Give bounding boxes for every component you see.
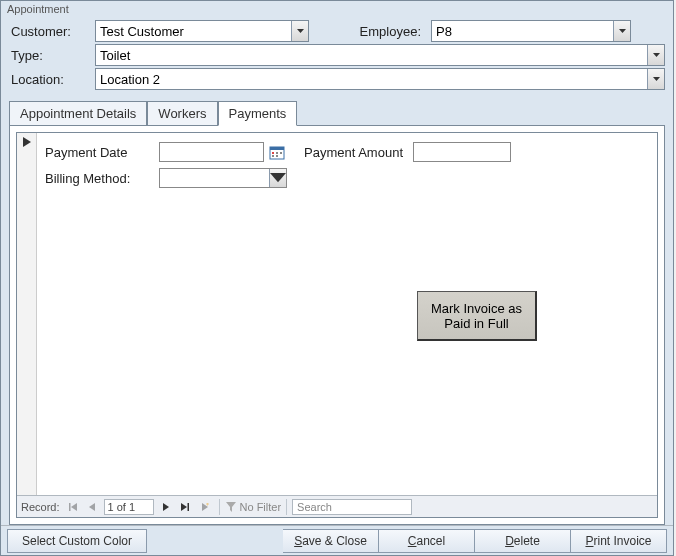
select-custom-color-button[interactable]: Select Custom Color bbox=[7, 529, 147, 553]
tab-workers[interactable]: Workers bbox=[147, 101, 217, 125]
svg-rect-18 bbox=[187, 503, 189, 511]
funnel-icon bbox=[225, 501, 237, 513]
employee-combo[interactable]: P8 bbox=[431, 20, 631, 42]
svg-marker-3 bbox=[653, 77, 660, 81]
payment-date-input[interactable] bbox=[159, 142, 264, 162]
nav-search-input[interactable]: Search bbox=[292, 499, 412, 515]
tabs-area: Appointment Details Workers Payments Pay… bbox=[9, 101, 665, 525]
nav-next-icon[interactable] bbox=[156, 499, 174, 515]
type-value: Toilet bbox=[100, 48, 130, 63]
calendar-icon[interactable] bbox=[268, 143, 286, 161]
window-title: Appointment bbox=[1, 1, 673, 17]
location-label: Location: bbox=[9, 72, 91, 87]
svg-marker-0 bbox=[297, 29, 304, 33]
chevron-down-icon[interactable] bbox=[613, 21, 630, 41]
svg-marker-16 bbox=[163, 503, 169, 511]
nav-last-icon[interactable] bbox=[176, 499, 194, 515]
print-invoice-button[interactable]: Print Invoice bbox=[571, 529, 667, 553]
employee-value: P8 bbox=[436, 24, 452, 39]
nav-search-placeholder: Search bbox=[297, 501, 332, 513]
payment-date-label: Payment Date bbox=[45, 145, 153, 160]
cancel-button[interactable]: Cancel bbox=[379, 529, 475, 553]
nav-filter[interactable]: No Filter bbox=[225, 501, 282, 513]
nav-prev-icon[interactable] bbox=[84, 499, 102, 515]
svg-rect-6 bbox=[270, 147, 284, 150]
billing-method-label: Billing Method: bbox=[45, 171, 153, 186]
svg-rect-9 bbox=[280, 152, 282, 154]
svg-marker-2 bbox=[653, 53, 660, 57]
appointment-window: Appointment Customer: Test Customer Empl… bbox=[0, 0, 674, 556]
location-value: Location 2 bbox=[100, 72, 160, 87]
tab-payments[interactable]: Payments bbox=[218, 101, 298, 126]
svg-marker-17 bbox=[181, 503, 187, 511]
svg-rect-10 bbox=[272, 155, 274, 157]
payments-subform: Payment Date Payment Amount Billing Meth… bbox=[16, 132, 658, 518]
header-form: Customer: Test Customer Employee: P8 Typ… bbox=[1, 17, 673, 97]
svg-rect-13 bbox=[69, 503, 71, 511]
svg-marker-22 bbox=[226, 502, 236, 512]
location-combo[interactable]: Location 2 bbox=[95, 68, 665, 90]
record-selector[interactable] bbox=[17, 133, 37, 495]
svg-rect-8 bbox=[276, 152, 278, 154]
employee-label: Employee: bbox=[345, 24, 427, 39]
customer-combo[interactable]: Test Customer bbox=[95, 20, 309, 42]
type-combo[interactable]: Toilet bbox=[95, 44, 665, 66]
chevron-down-icon[interactable] bbox=[291, 21, 308, 41]
mark-paid-button[interactable]: Mark Invoice as Paid in Full bbox=[417, 291, 537, 341]
tab-content-payments: Payment Date Payment Amount Billing Meth… bbox=[9, 125, 665, 525]
chevron-down-icon[interactable] bbox=[647, 45, 664, 65]
tabs-strip: Appointment Details Workers Payments bbox=[9, 101, 665, 125]
svg-rect-11 bbox=[276, 155, 278, 157]
footer-bar: Select Custom Color Save & Close Cancel … bbox=[1, 525, 673, 555]
save-close-button[interactable]: Save & Close bbox=[283, 529, 379, 553]
record-nav-bar: Record: 1 of 1 No Filter Search bbox=[17, 495, 657, 517]
chevron-down-icon[interactable] bbox=[647, 69, 664, 89]
nav-label: Record: bbox=[21, 501, 60, 513]
payment-amount-label: Payment Amount bbox=[304, 145, 403, 160]
svg-marker-15 bbox=[89, 503, 95, 511]
chevron-down-icon[interactable] bbox=[269, 169, 286, 187]
nav-new-icon[interactable] bbox=[196, 499, 214, 515]
svg-rect-7 bbox=[272, 152, 274, 154]
nav-counter[interactable]: 1 of 1 bbox=[104, 499, 154, 515]
svg-marker-14 bbox=[71, 503, 77, 511]
payment-amount-input[interactable] bbox=[413, 142, 511, 162]
type-label: Type: bbox=[9, 48, 91, 63]
tab-appointment-details[interactable]: Appointment Details bbox=[9, 101, 147, 125]
svg-marker-4 bbox=[23, 137, 31, 147]
nav-first-icon[interactable] bbox=[64, 499, 82, 515]
svg-marker-1 bbox=[619, 29, 626, 33]
nav-filter-label: No Filter bbox=[240, 501, 282, 513]
customer-value: Test Customer bbox=[100, 24, 184, 39]
customer-label: Customer: bbox=[9, 24, 91, 39]
billing-method-combo[interactable] bbox=[159, 168, 287, 188]
svg-marker-12 bbox=[270, 173, 286, 182]
delete-button[interactable]: Delete bbox=[475, 529, 571, 553]
